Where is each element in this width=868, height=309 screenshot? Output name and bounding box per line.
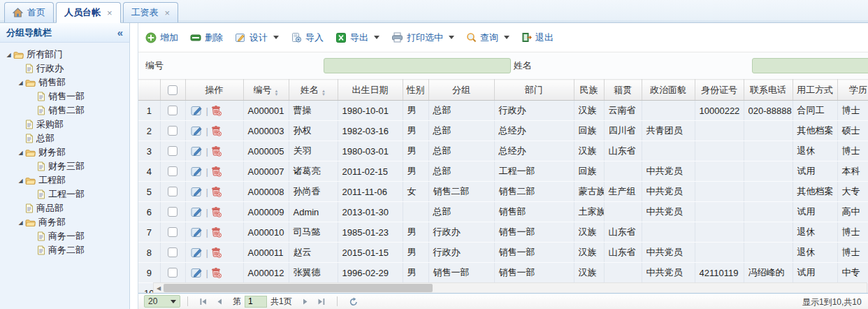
column-header-label: 政治面貌 xyxy=(650,85,686,95)
column-header-gender[interactable]: 性别 xyxy=(403,80,428,101)
row-checkbox[interactable] xyxy=(168,268,178,278)
print-button[interactable]: 打印选中 xyxy=(391,31,454,44)
select-all-checkbox[interactable] xyxy=(168,85,178,95)
sidebar-item-all-departments[interactable]: ◢所有部门 xyxy=(0,48,129,62)
collapse-icon[interactable]: « xyxy=(117,23,123,42)
sidebar-item-engineering-1[interactable]: 工程一部 xyxy=(0,187,129,201)
edit-icon[interactable] xyxy=(191,227,204,238)
sidebar-item-business-2[interactable]: 商务二部 xyxy=(0,243,129,257)
tab-home[interactable]: 首页 xyxy=(4,2,54,22)
sidebar-item-business-1[interactable]: 商务一部 xyxy=(0,229,129,243)
tree-expand-icon[interactable]: ◢ xyxy=(16,178,25,184)
next-page-icon[interactable] xyxy=(302,298,309,306)
cell-phone xyxy=(744,243,793,263)
cell-gender xyxy=(403,202,428,222)
column-header-group[interactable]: 分组 xyxy=(428,80,494,101)
tree-expand-icon[interactable]: ◢ xyxy=(16,150,25,156)
column-header-worktype[interactable]: 用工方式 xyxy=(793,80,837,101)
sidebar-item-headquarters[interactable]: 总部 xyxy=(0,131,129,145)
edit-icon[interactable] xyxy=(191,187,204,197)
add-button[interactable]: 增加 xyxy=(145,31,178,44)
row-checkbox[interactable] xyxy=(168,166,178,176)
row-checkbox[interactable] xyxy=(168,227,178,237)
sidebar-item-sales-dept[interactable]: ◢销售部 xyxy=(0,76,129,89)
trash-icon[interactable] xyxy=(210,105,222,116)
scrollbar-thumb[interactable] xyxy=(164,284,433,292)
cell-worktype: 试用 xyxy=(793,202,837,222)
trash-icon[interactable] xyxy=(210,247,222,258)
page-number-input[interactable] xyxy=(245,296,267,308)
design-button[interactable]: 设计 xyxy=(235,31,279,44)
first-page-icon[interactable] xyxy=(199,298,208,306)
sort-icon[interactable]: ▲▼ xyxy=(321,89,326,96)
last-page-icon[interactable] xyxy=(317,298,326,306)
column-header-ops[interactable]: 操作 xyxy=(185,80,243,101)
edit-icon[interactable] xyxy=(191,106,204,116)
query-button[interactable]: 查询 xyxy=(466,31,509,44)
edit-icon[interactable] xyxy=(191,207,204,217)
sidebar-item-admin-office[interactable]: 行政办 xyxy=(0,62,129,76)
sort-icon[interactable]: ▲▼ xyxy=(275,89,279,96)
column-header-idcard[interactable]: 身份证号 xyxy=(695,80,744,101)
export-button[interactable]: 导出 xyxy=(335,31,379,44)
tree-expand-icon[interactable]: ◢ xyxy=(16,220,25,226)
column-header-origin[interactable]: 籍贯 xyxy=(604,80,642,101)
prev-page-icon[interactable] xyxy=(216,298,223,306)
trash-icon[interactable] xyxy=(210,267,222,278)
cell-education: 博士 xyxy=(837,141,868,161)
edit-icon[interactable] xyxy=(191,146,204,157)
cell-education: 大专 xyxy=(837,182,868,202)
cell-code: A000010 xyxy=(243,222,289,243)
trash-icon[interactable] xyxy=(210,227,222,238)
tree-expand-icon[interactable]: ◢ xyxy=(4,52,13,58)
sidebar-item-engineering[interactable]: ◢工程部 xyxy=(0,173,129,187)
tab-salary[interactable]: 工资表× xyxy=(123,2,179,22)
row-checkbox[interactable] xyxy=(168,187,178,196)
refresh-icon[interactable] xyxy=(349,297,359,306)
column-header-birth[interactable]: 出生日期 xyxy=(338,80,403,101)
edit-icon[interactable] xyxy=(191,166,204,177)
trash-icon[interactable] xyxy=(210,125,222,136)
name-filter-input[interactable] xyxy=(752,58,868,73)
scroll-left-icon[interactable]: ◀ xyxy=(154,285,164,292)
sidebar-item-sales-1[interactable]: 销售一部 xyxy=(0,89,129,103)
horizontal-scrollbar[interactable]: ◀ xyxy=(153,282,867,294)
column-header-check[interactable] xyxy=(160,80,185,101)
column-header-political[interactable]: 政治面貌 xyxy=(642,80,695,101)
sidebar-item-purchasing[interactable]: 采购部 xyxy=(0,117,129,131)
page-size-select[interactable]: 20 xyxy=(144,295,180,308)
sidebar-item-business-dept[interactable]: ◢商务部 xyxy=(0,215,129,229)
column-header-code[interactable]: 编号▲▼ xyxy=(243,80,289,101)
close-icon[interactable]: × xyxy=(107,8,113,18)
column-header-dept[interactable]: 部门 xyxy=(494,80,574,101)
id-filter-input[interactable] xyxy=(324,58,511,73)
edit-icon[interactable] xyxy=(191,268,204,278)
row-checkbox[interactable] xyxy=(168,126,178,136)
edit-icon[interactable] xyxy=(191,247,204,258)
sidebar-item-finance-dept[interactable]: ◢财务部 xyxy=(0,145,129,159)
row-checkbox[interactable] xyxy=(168,146,178,156)
row-checkbox[interactable] xyxy=(168,106,178,115)
trash-icon[interactable] xyxy=(210,145,222,157)
sidebar-item-finance-3[interactable]: 财务三部 xyxy=(0,159,129,173)
edit-icon[interactable] xyxy=(191,126,204,136)
import-button[interactable]: 导入 xyxy=(291,31,324,44)
row-checkbox[interactable] xyxy=(168,207,178,217)
column-header-education[interactable]: 学历 xyxy=(837,80,868,101)
sidebar-item-sales-2[interactable]: 销售二部 xyxy=(0,103,129,117)
cell-check xyxy=(160,161,185,182)
trash-icon[interactable] xyxy=(210,186,222,197)
tree-expand-icon[interactable]: ◢ xyxy=(16,80,25,86)
row-checkbox[interactable] xyxy=(168,247,178,257)
close-icon[interactable]: × xyxy=(165,8,171,18)
row-actions: | xyxy=(186,145,243,157)
trash-icon[interactable] xyxy=(210,166,222,177)
tab-personnel[interactable]: 人员台帐× xyxy=(56,2,121,23)
exit-button[interactable]: 退出 xyxy=(521,31,554,44)
column-header-phone[interactable]: 联系电话 xyxy=(744,80,793,101)
column-header-ethnic[interactable]: 民族 xyxy=(574,80,604,101)
sidebar-item-commodity[interactable]: 商品部 xyxy=(0,201,129,215)
column-header-name[interactable]: 姓名▲▼ xyxy=(289,80,338,101)
trash-icon[interactable] xyxy=(210,206,222,217)
delete-button[interactable]: 删除 xyxy=(190,31,223,44)
